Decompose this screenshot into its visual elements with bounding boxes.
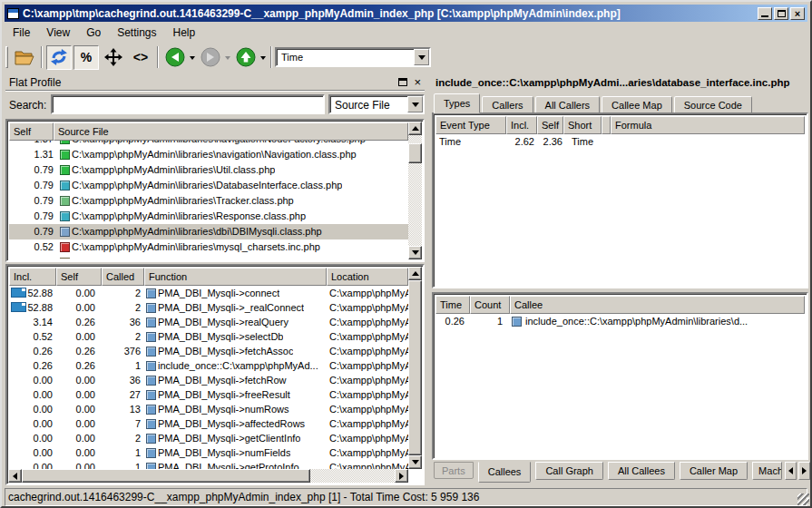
source-file-row[interactable]: 0.79C:\xampp\phpMyAdmin\libraries\Tracke… — [9, 193, 408, 209]
source-file-row[interactable]: 0.79C:\xampp\phpMyAdmin\libraries\Databa… — [9, 178, 408, 193]
column-header-event-type[interactable]: Event Type — [435, 116, 506, 134]
function-color-icon — [512, 317, 522, 327]
tab-scroll-right-button[interactable] — [798, 462, 810, 480]
minimize-button[interactable] — [758, 7, 772, 20]
cycle-detection-button[interactable] — [101, 45, 126, 70]
source-file-row[interactable]: 0.52C:\xampp\phpMyAdmin\libraries\mysql_… — [9, 239, 408, 255]
search-input[interactable] — [51, 94, 325, 114]
column-header-location[interactable]: Location — [327, 268, 408, 286]
function-row[interactable]: 0.520.002PMA_DBI_Mysqli->selectDbC:\xamp… — [9, 329, 408, 344]
column-header-spacer[interactable] — [602, 116, 611, 134]
column-header-self[interactable]: Self — [537, 116, 563, 134]
tab-callees[interactable]: Callees — [478, 462, 532, 483]
column-header-short[interactable]: Short — [563, 116, 602, 134]
scrollbar-thumb[interactable] — [22, 469, 310, 483]
function-row[interactable]: 3.140.2636PMA_DBI_Mysqli->realQueryC:\xa… — [9, 315, 408, 329]
open-file-button[interactable] — [12, 45, 37, 70]
column-header-called[interactable]: Called — [102, 268, 144, 286]
toolbar-handle[interactable] — [5, 46, 8, 68]
function-row[interactable]: 0.000.001PMA_DBI_Mysqli->numFieldsC:\xam… — [9, 445, 408, 460]
relative-cost-button[interactable]: <> — [128, 45, 153, 70]
up-dropdown-icon[interactable] — [260, 56, 266, 63]
column-header-callee[interactable]: Callee — [510, 296, 805, 314]
column-header-incl[interactable]: Incl. — [506, 116, 537, 134]
column-header-formula[interactable]: Formula — [611, 116, 805, 134]
tab-scroll-left-button[interactable] — [785, 462, 797, 480]
float-dock-icon[interactable] — [398, 78, 407, 86]
percent-toggle-button[interactable]: % — [73, 45, 99, 70]
event-type-row[interactable]: Time 2.62 2.36 Time — [435, 134, 805, 150]
function-row[interactable]: 0.000.002PMA_DBI_Mysqli->getClientInfoC:… — [9, 431, 408, 445]
function-row[interactable]: 52.880.002PMA_DBI_Mysqli->connectC:\xamp… — [9, 286, 408, 300]
grouping-selector[interactable]: Source File — [328, 94, 425, 114]
tab-all-callers[interactable]: All Callers — [535, 96, 601, 113]
source-file-row[interactable]: 1.31C:\xampp\phpMyAdmin\libraries\naviga… — [9, 147, 408, 162]
function-row[interactable]: 0.000.0013PMA_DBI_Mysqli->numRowsC:\xamp… — [9, 402, 408, 416]
title-bar[interactable]: C:\xampp\tmp\cachegrind.out.1416463299-C… — [5, 5, 807, 22]
function-row[interactable]: 0.000.0027PMA_DBI_Mysqli->freeResultC:\x… — [9, 387, 408, 402]
menu-go[interactable]: Go — [78, 24, 109, 41]
scroll-down-button[interactable] — [408, 455, 422, 469]
function-row[interactable]: 0.000.001PMA_DBI_Mysqli->getProtoInfoC:\… — [9, 460, 408, 469]
menu-help[interactable]: Help — [165, 24, 204, 41]
source-list-vertical-scrollbar[interactable] — [408, 122, 422, 259]
close-button[interactable]: × — [790, 7, 805, 20]
incl-value: 3.14 — [34, 317, 53, 327]
column-header-function[interactable]: Function — [144, 268, 327, 286]
tab-caller-map[interactable]: Caller Map — [680, 462, 748, 480]
tab-machine-code[interactable]: Machine — [752, 462, 782, 480]
menu-view[interactable]: View — [38, 24, 78, 41]
function-row[interactable]: 0.000.0036PMA_DBI_Mysqli->fetchRowC:\xam… — [9, 373, 408, 387]
source-file-row[interactable]: 0.79C:\xampp\phpMyAdmin\libraries\dbi\DB… — [9, 224, 408, 239]
column-header-time[interactable]: Time — [435, 296, 470, 314]
source-file-row[interactable]: 0.52C:\xampp\phpMyAdmin\libraries\user_p… — [9, 255, 408, 259]
event-type-selector[interactable]: Time — [275, 47, 431, 67]
scroll-left-button[interactable] — [8, 469, 22, 483]
column-header-source-file[interactable]: Source File — [54, 122, 408, 141]
resize-grip[interactable] — [797, 493, 809, 505]
scroll-down-button[interactable] — [408, 246, 422, 259]
source-file-row[interactable]: 0.79C:\xampp\phpMyAdmin\libraries\Respon… — [9, 209, 408, 224]
dropdown-button[interactable] — [414, 49, 429, 65]
tab-source-code[interactable]: Source Code — [674, 96, 752, 113]
function-name: PMA_DBI_Mysqli->affectedRows — [158, 416, 305, 431]
source-file-row[interactable]: 0.79C:\xampp\phpMyAdmin\libraries\Util.c… — [9, 162, 408, 178]
function-row[interactable]: 0.260.26376PMA_DBI_Mysqli->fetchAssocC:\… — [9, 344, 408, 358]
self-value: 0.00 — [56, 286, 102, 300]
source-file-row[interactable]: 1.37C:\xampp\phpMyAdmin\libraries\naviga… — [9, 141, 408, 147]
scroll-up-button[interactable] — [408, 267, 422, 280]
tab-types[interactable]: Types — [434, 93, 480, 113]
scroll-up-button[interactable] — [408, 122, 422, 135]
dock-title-bar[interactable]: Flat Profile × — [5, 74, 425, 91]
location-value: C:\xampp\phpMyA — [327, 373, 408, 387]
up-button[interactable] — [233, 45, 259, 70]
scrollbar-thumb[interactable] — [408, 143, 422, 163]
callee-row[interactable]: 0.26 1 include_once::C:\xampp\phpMyAdmin… — [435, 314, 805, 329]
column-header-self[interactable]: Self — [9, 122, 54, 141]
tab-callee-map[interactable]: Callee Map — [602, 96, 672, 113]
menu-file[interactable]: File — [5, 24, 38, 41]
column-header-incl[interactable]: Incl. — [9, 268, 56, 286]
function-row[interactable]: 0.260.261include_once::C:\xampp\phpMyAd.… — [9, 358, 408, 373]
back-dropdown-icon[interactable] — [190, 56, 195, 63]
function-row[interactable]: 52.880.002PMA_DBI_Mysqli->_realConnectC:… — [9, 300, 408, 315]
scrollbar-thumb[interactable] — [408, 280, 422, 455]
back-button[interactable] — [162, 45, 188, 70]
dropdown-button[interactable] — [407, 96, 423, 112]
forward-dropdown-icon[interactable] — [225, 56, 230, 63]
maximize-button[interactable] — [774, 7, 788, 20]
forward-button[interactable] — [198, 45, 223, 70]
column-header-self[interactable]: Self — [56, 268, 102, 286]
reload-button[interactable] — [46, 45, 72, 70]
close-dock-icon[interactable]: × — [414, 78, 421, 87]
tab-call-graph[interactable]: Call Graph — [535, 462, 603, 480]
function-table-horizontal-scrollbar[interactable] — [8, 469, 408, 483]
column-header-count[interactable]: Count — [470, 296, 510, 314]
tab-all-callees[interactable]: All Callees — [608, 462, 675, 480]
tab-callers[interactable]: Callers — [482, 96, 533, 113]
function-table-vertical-scrollbar[interactable] — [408, 267, 422, 469]
menu-settings[interactable]: Settings — [109, 24, 164, 41]
tab-parts[interactable]: Parts — [434, 462, 474, 479]
scroll-right-button[interactable] — [395, 469, 408, 483]
function-row[interactable]: 0.000.007PMA_DBI_Mysqli->affectedRowsC:\… — [9, 416, 408, 431]
